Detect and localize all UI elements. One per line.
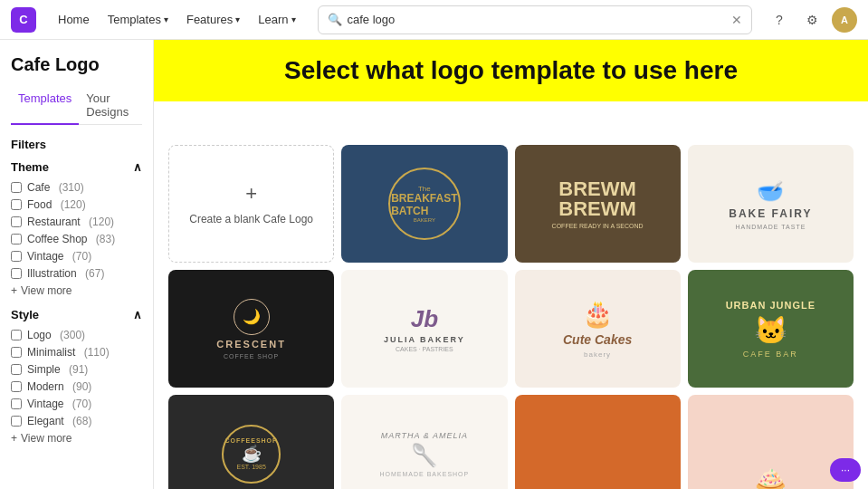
tab-your-designs[interactable]: Your Designs [79,86,142,124]
filter-food[interactable]: Food (120) [11,198,142,211]
nav-learn[interactable]: Learn ▾ [251,8,302,31]
restaurant-checkbox[interactable] [11,216,22,227]
chevron-down-icon: ▾ [291,14,296,24]
search-bar: 🔍 ✕ [318,5,752,34]
filter-minimalist[interactable]: Minimalist (110) [11,346,142,359]
template-orange[interactable] [515,395,681,489]
banner-text: Select what logo template to use here [284,56,738,85]
template-breakfast-batch[interactable]: The BREAKFASTBATCH BAKERY [341,145,507,263]
template-pink1[interactable]: 🧁 [688,395,854,489]
template-brewm[interactable]: BREWMBREWM COFFEE READY IN A SECOND [515,145,681,263]
template-grid: + Create a blank Cafe Logo The BREAKFAST… [168,145,854,489]
view-more-theme[interactable]: +View more [11,284,142,297]
chevron-up-icon: ∧ [133,308,142,321]
template-bake-fairy[interactable]: 🥣 BAKE FAIRY HANDMADE TASTE [688,145,854,263]
coffee-shop-checkbox[interactable] [11,234,22,244]
chevron-down-icon: ▾ [235,14,240,24]
filters-label: Filters [11,138,142,151]
filter-vintage-style[interactable]: Vintage (70) [11,398,142,410]
minimalist-checkbox[interactable] [11,347,22,358]
search-icon: 🔍 [328,13,342,26]
nav-templates[interactable]: Templates ▾ [100,8,176,31]
clear-search-icon[interactable]: ✕ [731,13,742,27]
vintage-checkbox[interactable] [11,251,22,262]
main-layout: Cafe Logo Templates Your Designs Filters… [0,40,868,489]
tab-templates[interactable]: Templates [11,86,79,125]
style-filter-header[interactable]: Style ∧ [11,308,142,321]
template-coffeeshop[interactable]: COFFEESHOP ☕ EST. 1985 [168,395,334,489]
canva-logo[interactable]: C [11,7,36,33]
view-more-style[interactable]: +View more [11,432,142,445]
logo-checkbox[interactable] [11,330,22,340]
plus-icon: + [245,182,257,206]
template-cute-cakes[interactable]: 🎂 Cute Cakes bakery [515,270,681,388]
illustration-checkbox[interactable] [11,268,22,279]
create-blank-card[interactable]: + Create a blank Cafe Logo [168,145,334,263]
yellow-banner: Select what logo template to use here [154,40,868,101]
content-area: Select what logo template to use here + … [154,40,868,489]
avatar[interactable]: A [832,7,857,33]
filter-logo[interactable]: Logo (300) [11,329,142,341]
chevron-down-icon: ▾ [164,14,168,24]
filter-group-theme: Theme ∧ Cafe (310) Food (120) Restaurant… [11,160,142,297]
vintage-style-checkbox[interactable] [11,398,22,409]
food-checkbox[interactable] [11,199,22,210]
filter-simple[interactable]: Simple (91) [11,363,142,376]
filter-cafe[interactable]: Cafe (310) [11,181,142,194]
theme-filter-header[interactable]: Theme ∧ [11,160,142,174]
chevron-up-icon: ∧ [133,160,142,174]
settings-icon[interactable]: ⚙ [799,7,825,33]
search-input[interactable] [348,13,726,26]
create-blank-label: Create a blank Cafe Logo [189,213,313,225]
page-title: Cafe Logo [11,54,142,75]
nav-right-actions: ? ⚙ A [767,7,857,33]
template-martha[interactable]: MARTHA & AMELIA 🥄 HOMEMADE BAKESHOP [341,395,507,489]
modern-checkbox[interactable] [11,381,22,392]
chat-button[interactable]: ··· [830,458,861,482]
filter-modern[interactable]: Modern (90) [11,380,142,393]
cafe-checkbox[interactable] [11,182,22,193]
nav-links: Home Templates ▾ Features ▾ Learn ▾ [51,8,303,31]
filter-illustration[interactable]: Illustration (67) [11,267,142,280]
nav-home[interactable]: Home [51,8,97,31]
template-crescent[interactable]: 🌙 CRESCENT COFFEE SHOP [168,270,334,388]
nav-features[interactable]: Features ▾ [179,8,247,31]
top-navigation: C Home Templates ▾ Features ▾ Learn ▾ 🔍 … [0,0,868,40]
simple-checkbox[interactable] [11,364,22,375]
filter-coffee-shop[interactable]: Coffee Shop (83) [11,233,142,245]
template-julia-bakery[interactable]: Jb JULIA BAKERY CAKES · PASTRIES [341,270,507,388]
filter-elegant[interactable]: Elegant (68) [11,415,142,427]
filter-group-style: Style ∧ Logo (300) Minimalist (110) Simp… [11,308,142,445]
sidebar-tabs: Templates Your Designs [11,86,142,125]
elegant-checkbox[interactable] [11,416,22,427]
template-urban-jungle[interactable]: URBAN JUNGLE 🐱 CAFE BAR [688,270,854,388]
help-icon[interactable]: ? [767,7,792,33]
sidebar: Cafe Logo Templates Your Designs Filters… [0,40,154,489]
filter-restaurant[interactable]: Restaurant (120) [11,216,142,228]
filter-vintage[interactable]: Vintage (70) [11,250,142,263]
